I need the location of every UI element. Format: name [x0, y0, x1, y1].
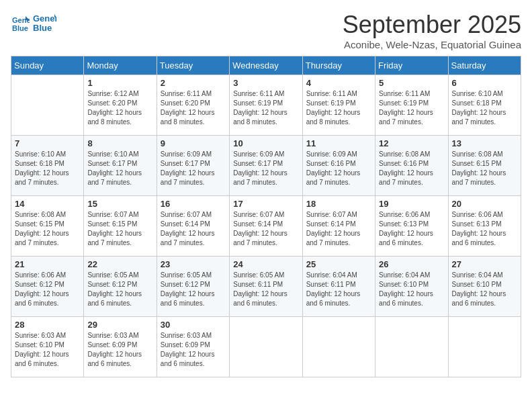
calendar-cell: 16Sunrise: 6:07 AMSunset: 6:14 PMDayligh…: [157, 196, 229, 257]
day-info: Sunrise: 6:06 AMSunset: 6:13 PMDaylight:…: [379, 210, 444, 248]
calendar-cell: 30Sunrise: 6:03 AMSunset: 6:09 PMDayligh…: [157, 317, 229, 377]
sunset-text: Sunset: 6:13 PM: [452, 220, 517, 229]
day-number: 3: [233, 78, 298, 88]
day-number: 13: [452, 138, 517, 148]
calendar-cell: 6Sunrise: 6:10 AMSunset: 6:18 PMDaylight…: [448, 75, 521, 136]
daylight-text: Daylight: 12 hours and 6 minutes.: [452, 289, 517, 308]
sunset-text: Sunset: 6:16 PM: [379, 159, 444, 169]
day-number: 27: [452, 259, 517, 269]
sunset-text: Sunset: 6:19 PM: [233, 99, 298, 108]
sunrise-text: Sunrise: 6:04 AM: [306, 271, 371, 280]
day-number: 17: [233, 199, 298, 209]
calendar-cell: 18Sunrise: 6:07 AMSunset: 6:14 PMDayligh…: [302, 196, 375, 257]
day-number: 12: [379, 138, 444, 148]
sunrise-text: Sunrise: 6:04 AM: [379, 271, 444, 280]
sunset-text: Sunset: 6:09 PM: [87, 340, 152, 350]
day-info: Sunrise: 6:11 AMSunset: 6:19 PMDaylight:…: [379, 89, 444, 127]
month-title: September 2025: [343, 11, 521, 39]
calendar-cell: 5Sunrise: 6:11 AMSunset: 6:19 PMDaylight…: [375, 75, 448, 136]
daylight-text: Daylight: 12 hours and 6 minutes.: [379, 229, 444, 248]
day-number: 18: [306, 199, 371, 209]
daylight-text: Daylight: 12 hours and 6 minutes.: [87, 350, 152, 369]
svg-text:Blue: Blue: [12, 24, 28, 32]
sunrise-text: Sunrise: 6:11 AM: [379, 89, 444, 99]
sunrise-text: Sunrise: 6:10 AM: [15, 150, 80, 159]
day-number: 4: [306, 78, 371, 88]
daylight-text: Daylight: 12 hours and 7 minutes.: [379, 108, 444, 127]
daylight-text: Daylight: 12 hours and 6 minutes.: [161, 350, 226, 369]
sunset-text: Sunset: 6:12 PM: [15, 280, 80, 289]
sunrise-text: Sunrise: 6:03 AM: [87, 331, 152, 340]
daylight-text: Daylight: 12 hours and 7 minutes.: [15, 169, 80, 187]
sunrise-text: Sunrise: 6:11 AM: [306, 89, 371, 99]
week-row-4: 21Sunrise: 6:06 AMSunset: 6:12 PMDayligh…: [11, 257, 521, 317]
logo: General Blue General Blue: [11, 11, 56, 35]
sunset-text: Sunset: 6:18 PM: [452, 99, 517, 108]
daylight-text: Daylight: 12 hours and 6 minutes.: [161, 289, 226, 308]
sunrise-text: Sunrise: 6:06 AM: [379, 210, 444, 220]
header-monday: Monday: [84, 56, 157, 75]
sunrise-text: Sunrise: 6:05 AM: [161, 271, 226, 280]
day-number: 21: [15, 259, 80, 269]
svg-text:General: General: [33, 13, 56, 24]
daylight-text: Daylight: 12 hours and 7 minutes.: [15, 229, 80, 248]
sunset-text: Sunset: 6:18 PM: [15, 159, 80, 169]
day-info: Sunrise: 6:10 AMSunset: 6:18 PMDaylight:…: [452, 89, 517, 127]
day-info: Sunrise: 6:07 AMSunset: 6:14 PMDaylight:…: [161, 210, 226, 248]
daylight-text: Daylight: 12 hours and 7 minutes.: [379, 169, 444, 187]
day-number: 24: [233, 259, 298, 269]
day-number: 14: [15, 199, 80, 209]
sunset-text: Sunset: 6:10 PM: [452, 280, 517, 289]
calendar-cell: [375, 317, 448, 377]
sunrise-text: Sunrise: 6:11 AM: [233, 89, 298, 99]
day-number: 23: [161, 259, 226, 269]
day-info: Sunrise: 6:12 AMSunset: 6:20 PMDaylight:…: [87, 89, 152, 127]
daylight-text: Daylight: 12 hours and 6 minutes.: [15, 350, 80, 369]
day-info: Sunrise: 6:09 AMSunset: 6:17 PMDaylight:…: [161, 150, 226, 187]
daylight-text: Daylight: 12 hours and 8 minutes.: [161, 108, 226, 127]
header-saturday: Saturday: [448, 56, 521, 75]
sunrise-text: Sunrise: 6:09 AM: [233, 150, 298, 159]
day-number: 28: [15, 320, 80, 330]
sunset-text: Sunset: 6:10 PM: [379, 280, 444, 289]
daylight-text: Daylight: 12 hours and 6 minutes.: [306, 289, 371, 308]
day-number: 26: [379, 259, 444, 269]
sunrise-text: Sunrise: 6:06 AM: [452, 210, 517, 220]
day-info: Sunrise: 6:10 AMSunset: 6:18 PMDaylight:…: [15, 150, 80, 187]
calendar-cell: 3Sunrise: 6:11 AMSunset: 6:19 PMDaylight…: [230, 75, 302, 136]
location-subtitle: Aconibe, Wele-Nzas, Equatorial Guinea: [343, 39, 521, 50]
sunset-text: Sunset: 6:10 PM: [15, 340, 80, 350]
day-info: Sunrise: 6:03 AMSunset: 6:10 PMDaylight:…: [15, 331, 80, 369]
calendar-cell: 23Sunrise: 6:05 AMSunset: 6:12 PMDayligh…: [157, 257, 229, 317]
day-info: Sunrise: 6:07 AMSunset: 6:15 PMDaylight:…: [87, 210, 152, 248]
sunrise-text: Sunrise: 6:07 AM: [87, 210, 152, 220]
daylight-text: Daylight: 12 hours and 7 minutes.: [306, 229, 371, 248]
day-info: Sunrise: 6:08 AMSunset: 6:15 PMDaylight:…: [15, 210, 80, 248]
calendar-cell: 1Sunrise: 6:12 AMSunset: 6:20 PMDaylight…: [84, 75, 157, 136]
sunrise-text: Sunrise: 6:05 AM: [233, 271, 298, 280]
day-number: 7: [15, 138, 80, 148]
svg-text:Blue: Blue: [33, 23, 52, 33]
daylight-text: Daylight: 12 hours and 6 minutes.: [379, 289, 444, 308]
sunset-text: Sunset: 6:17 PM: [161, 159, 226, 169]
day-info: Sunrise: 6:03 AMSunset: 6:09 PMDaylight:…: [87, 331, 152, 369]
calendar-cell: 29Sunrise: 6:03 AMSunset: 6:09 PMDayligh…: [84, 317, 157, 377]
daylight-text: Daylight: 12 hours and 8 minutes.: [233, 108, 298, 127]
day-info: Sunrise: 6:03 AMSunset: 6:09 PMDaylight:…: [161, 331, 226, 369]
day-number: 10: [233, 138, 298, 148]
calendar-cell: 27Sunrise: 6:04 AMSunset: 6:10 PMDayligh…: [448, 257, 521, 317]
daylight-text: Daylight: 12 hours and 7 minutes.: [161, 169, 226, 187]
day-number: 11: [306, 138, 371, 148]
sunset-text: Sunset: 6:12 PM: [161, 280, 226, 289]
calendar-cell: 17Sunrise: 6:07 AMSunset: 6:14 PMDayligh…: [230, 196, 302, 257]
day-number: 5: [379, 78, 444, 88]
sunset-text: Sunset: 6:14 PM: [161, 220, 226, 229]
header-sunday: Sunday: [11, 56, 84, 75]
day-number: 9: [161, 138, 226, 148]
page-header: General Blue General Blue September 2025…: [11, 11, 521, 50]
calendar-cell: 8Sunrise: 6:10 AMSunset: 6:17 PMDaylight…: [84, 136, 157, 196]
sunset-text: Sunset: 6:19 PM: [306, 99, 371, 108]
sunrise-text: Sunrise: 6:06 AM: [15, 271, 80, 280]
sunset-text: Sunset: 6:16 PM: [306, 159, 371, 169]
day-info: Sunrise: 6:04 AMSunset: 6:10 PMDaylight:…: [452, 271, 517, 308]
